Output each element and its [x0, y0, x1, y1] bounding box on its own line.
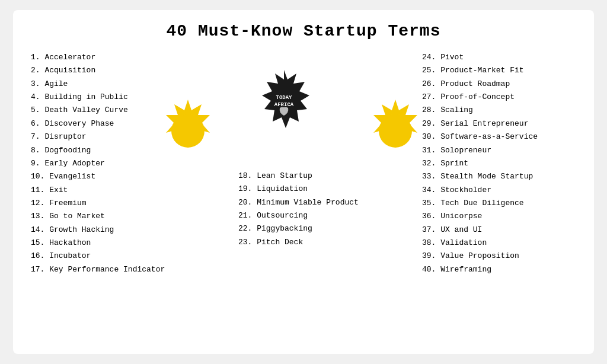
list-item: 6. Discovery Phase — [31, 117, 167, 130]
list-item: 30. Software-as-a-Service — [422, 130, 538, 143]
list-item: 10. Evangelist — [31, 170, 167, 183]
list-item: 22. Piggybacking — [238, 222, 359, 235]
column-right: 24. Pivot25. Product-Market Fit26. Produ… — [410, 51, 538, 276]
list-item: 34. Stockholder — [422, 184, 538, 197]
list-item: 17. Key Performance Indicator — [31, 263, 167, 276]
list-item: 16. Incubator — [31, 250, 167, 263]
list-item: 33. Stealth Mode Startup — [422, 170, 538, 183]
list-item: 26. Product Roadmap — [422, 78, 538, 91]
list-item: 28. Scaling — [422, 104, 538, 117]
svg-point-2 — [171, 114, 205, 148]
list-item: 35. Tech Due Diligence — [422, 197, 538, 210]
list-item: 19. Liquidation — [238, 183, 359, 196]
list-item: 8. Dogfooding — [31, 144, 167, 157]
column-left: 1. Accelerator2. Acquisition3. Agile4. B… — [31, 51, 167, 336]
list-item: 5. Death Valley Curve — [31, 104, 167, 117]
starburst-yellow-left-icon — [155, 98, 221, 167]
list-item: 38. Validation — [422, 237, 538, 250]
list-item: 23. Pitch Deck — [238, 236, 359, 249]
list-item: 24. Pivot — [422, 51, 538, 64]
list-item: 13. Go to Market — [31, 210, 167, 223]
list-item: 40. Wireframing — [422, 263, 538, 276]
list-item: 36. Unicorpse — [422, 210, 538, 223]
list-item: 39. Value Proposition — [422, 250, 538, 263]
list-item: 3. Agile — [31, 78, 167, 91]
page-title: 40 Must-Know Startup Terms — [31, 22, 576, 40]
list-item: 7. Disruptor — [31, 130, 167, 143]
svg-point-7 — [379, 114, 412, 148]
list-item: 11. Exit — [31, 184, 167, 197]
list-item: 4. Building in Public — [31, 91, 167, 104]
svg-text:TODAY: TODAY — [276, 95, 292, 101]
list-item: 14. Growth Hacking — [31, 223, 167, 237]
list-item: 9. Early Adopter — [31, 157, 167, 170]
list-item: 20. Minimum Viable Product — [238, 196, 359, 209]
list-item: 2. Acquisition — [31, 64, 167, 77]
list-item: 1. Accelerator — [31, 51, 167, 64]
list-item: 31. Solopreneur — [422, 144, 538, 157]
svg-text:AFRICA: AFRICA — [274, 102, 294, 108]
list-item: 18. Lean Startup — [238, 170, 359, 183]
list-item: 32. Sprint — [422, 157, 538, 170]
list-item: 15. Hackathon — [31, 237, 167, 250]
list-item: 27. Proof-of-Concept — [422, 91, 538, 104]
list-item: 25. Product-Market Fit — [422, 64, 538, 77]
list-item: 12. Freemium — [31, 197, 167, 210]
column-mid: 18. Lean Startup19. Liquidation20. Minim… — [238, 170, 359, 249]
logo-starburst-icon: TODAY AFRICA — [250, 69, 318, 140]
main-card: 40 Must-Know Startup Terms 1. Accelerato… — [13, 10, 594, 354]
list-item: 21. Outsourcing — [238, 209, 359, 222]
content-area: 1. Accelerator2. Acquisition3. Agile4. B… — [31, 51, 576, 336]
list-item: 37. UX and UI — [422, 223, 538, 237]
list-item: 29. Serial Entrepreneur — [422, 117, 538, 130]
